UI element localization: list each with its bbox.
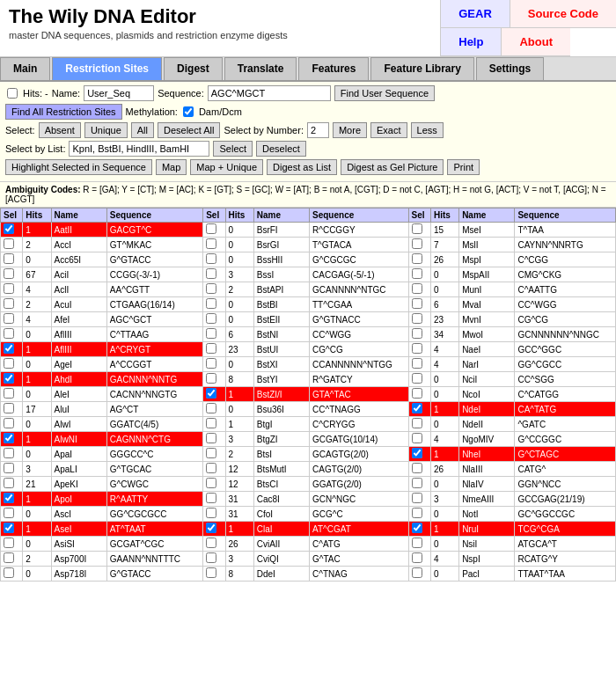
row-1-col2-checkbox[interactable]	[206, 238, 216, 249]
tab-translate[interactable]: Translate	[224, 57, 297, 80]
row-20-col1-checkbox[interactable]	[4, 523, 14, 533]
gear-link[interactable]: GEAR	[440, 0, 510, 28]
row-1-col1-checkbox[interactable]	[4, 238, 14, 249]
less-btn[interactable]: Less	[411, 122, 444, 138]
row-16-col3-checkbox[interactable]	[412, 463, 422, 473]
about-link[interactable]: About	[501, 28, 570, 56]
source-code-link[interactable]: Source Code	[510, 0, 616, 28]
row-18-col1-checkbox[interactable]	[4, 493, 14, 503]
map-unique-btn[interactable]: Map + Unique	[190, 159, 263, 175]
row-21-col1-checkbox[interactable]	[4, 538, 14, 548]
row-6-col2-checkbox[interactable]	[206, 313, 216, 324]
unique-btn[interactable]: Unique	[84, 122, 128, 138]
row-1-col3-checkbox[interactable]	[412, 238, 422, 249]
row-9-col3-checkbox[interactable]	[412, 358, 422, 369]
row-19-col2-checkbox[interactable]	[206, 508, 216, 518]
row-22-col2-checkbox[interactable]	[206, 552, 216, 563]
name-input[interactable]	[84, 85, 154, 101]
hits-checkbox[interactable]	[7, 88, 18, 99]
map-btn[interactable]: Map	[156, 159, 187, 175]
row-5-col2-checkbox[interactable]	[206, 298, 216, 309]
row-13-col2-checkbox[interactable]	[206, 418, 216, 428]
select-number-input[interactable]	[307, 122, 329, 138]
row-15-col1-checkbox[interactable]	[4, 448, 14, 458]
row-20-col3-checkbox[interactable]	[412, 523, 422, 533]
exact-btn[interactable]: Exact	[370, 122, 407, 138]
row-5-col1-checkbox[interactable]	[4, 298, 14, 309]
methylation-checkbox[interactable]	[183, 106, 194, 117]
seq-input[interactable]	[208, 85, 331, 101]
print-btn[interactable]: Print	[447, 159, 480, 175]
row-4-col3-checkbox[interactable]	[412, 283, 422, 294]
row-8-col2-checkbox[interactable]	[206, 343, 216, 354]
row-19-col1-checkbox[interactable]	[4, 508, 14, 518]
help-link[interactable]: Help	[440, 28, 501, 56]
row-21-col3-checkbox[interactable]	[412, 538, 422, 548]
row-11-col2-checkbox[interactable]	[206, 388, 216, 399]
row-21-col2-checkbox[interactable]	[206, 538, 216, 548]
deselect-btn[interactable]: Deselect	[256, 141, 306, 157]
row-12-col3-checkbox[interactable]	[412, 403, 422, 413]
row-16-col1-checkbox[interactable]	[4, 463, 14, 473]
deselect-all-btn[interactable]: Deselect All	[158, 122, 220, 138]
row-13-col1-checkbox[interactable]	[4, 418, 14, 428]
row-12-col1-checkbox[interactable]	[4, 403, 14, 413]
row-11-col1-checkbox[interactable]	[4, 388, 14, 399]
row-6-col1-checkbox[interactable]	[4, 313, 14, 324]
row-14-col2-checkbox[interactable]	[206, 433, 216, 443]
row-13-col3-checkbox[interactable]	[412, 418, 422, 428]
row-18-col2-checkbox[interactable]	[206, 493, 216, 503]
row-22-col1-checkbox[interactable]	[4, 552, 14, 563]
row-14-col1-checkbox[interactable]	[4, 433, 14, 443]
row-6-col3-checkbox[interactable]	[412, 313, 422, 324]
row-2-col2-checkbox[interactable]	[206, 253, 216, 264]
row-4-col1-checkbox[interactable]	[4, 283, 14, 294]
row-16-col2-checkbox[interactable]	[206, 463, 216, 473]
row-11-col3-checkbox[interactable]	[412, 388, 422, 399]
digest-list-btn[interactable]: Digest as List	[267, 159, 337, 175]
row-10-col3-checkbox[interactable]	[412, 373, 422, 384]
row-0-col3-checkbox[interactable]	[412, 223, 422, 234]
tab-feature-library[interactable]: Feature Library	[370, 57, 473, 80]
highlight-btn[interactable]: Highlight Selected in Sequence	[5, 159, 152, 175]
row-7-col1-checkbox[interactable]	[4, 328, 14, 339]
find-all-btn[interactable]: Find All Restriction Sites	[5, 104, 122, 120]
row-23-col1-checkbox[interactable]	[4, 567, 14, 578]
row-8-col3-checkbox[interactable]	[412, 343, 422, 354]
more-btn[interactable]: More	[333, 122, 367, 138]
tab-settings[interactable]: Settings	[476, 57, 544, 80]
row-5-col3-checkbox[interactable]	[412, 298, 422, 309]
row-2-col1-checkbox[interactable]	[4, 253, 14, 264]
tab-main[interactable]: Main	[0, 57, 50, 80]
list-input[interactable]	[69, 141, 209, 157]
row-7-col2-checkbox[interactable]	[206, 328, 216, 339]
row-20-col2-checkbox[interactable]	[206, 523, 216, 533]
row-3-col3-checkbox[interactable]	[412, 268, 422, 279]
find-user-seq-button[interactable]: Find User Sequence	[334, 85, 435, 101]
digest-gel-btn[interactable]: Digest as Gel Picture	[341, 159, 444, 175]
row-12-col2-checkbox[interactable]	[206, 403, 216, 413]
row-9-col1-checkbox[interactable]	[4, 358, 14, 369]
row-17-col2-checkbox[interactable]	[206, 478, 216, 488]
row-15-col3-checkbox[interactable]	[412, 448, 422, 458]
row-14-col3-checkbox[interactable]	[412, 433, 422, 443]
row-0-col1-checkbox[interactable]	[4, 223, 14, 234]
row-7-col3-checkbox[interactable]	[412, 328, 422, 339]
all-btn[interactable]: All	[131, 122, 154, 138]
absent-btn[interactable]: Absent	[39, 122, 81, 138]
row-19-col3-checkbox[interactable]	[412, 508, 422, 518]
row-22-col3-checkbox[interactable]	[412, 552, 422, 563]
row-3-col1-checkbox[interactable]	[4, 268, 14, 279]
row-15-col2-checkbox[interactable]	[206, 448, 216, 458]
row-0-col2-checkbox[interactable]	[206, 223, 216, 234]
row-18-col3-checkbox[interactable]	[412, 493, 422, 503]
row-23-col2-checkbox[interactable]	[206, 567, 216, 578]
tab-digest[interactable]: Digest	[164, 57, 223, 80]
row-10-col1-checkbox[interactable]	[4, 373, 14, 384]
row-9-col2-checkbox[interactable]	[206, 358, 216, 369]
row-23-col3-checkbox[interactable]	[412, 567, 422, 578]
row-3-col2-checkbox[interactable]	[206, 268, 216, 279]
row-17-col1-checkbox[interactable]	[4, 478, 14, 488]
tab-features[interactable]: Features	[298, 57, 369, 80]
row-2-col3-checkbox[interactable]	[412, 253, 422, 264]
